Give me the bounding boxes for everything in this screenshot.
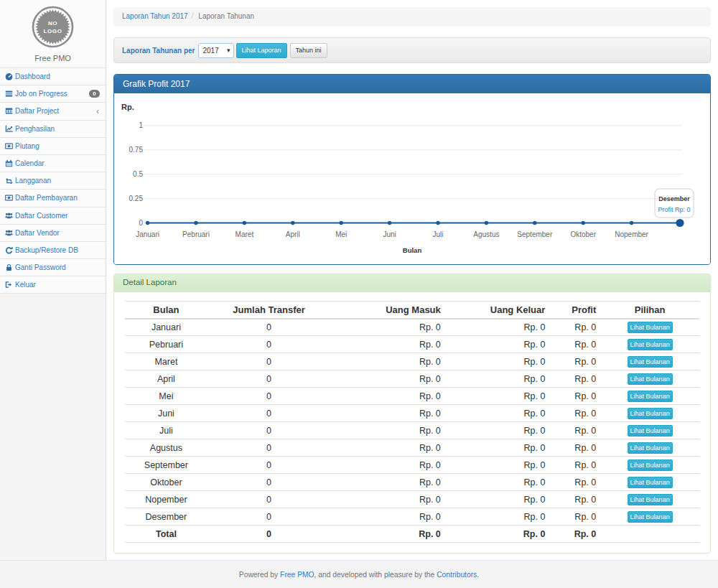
- svg-text:NO: NO: [48, 20, 57, 27]
- svg-text:1: 1: [139, 121, 143, 129]
- svg-text:September: September: [517, 230, 553, 238]
- svg-text:Profit Rp: 0: Profit Rp: 0: [658, 206, 690, 213]
- svg-text:LOGO: LOGO: [44, 28, 62, 34]
- svg-text:Nopember: Nopember: [615, 230, 648, 238]
- svg-text:0.25: 0.25: [129, 195, 144, 202]
- svg-text:Juli: Juli: [432, 230, 443, 238]
- svg-text:Bulan: Bulan: [403, 246, 422, 254]
- svg-text:Juni: Juni: [383, 230, 396, 238]
- svg-text:0.5: 0.5: [133, 170, 143, 178]
- svg-text:April: April: [286, 230, 300, 238]
- svg-text:0.75: 0.75: [129, 146, 144, 154]
- svg-text:Oktober: Oktober: [570, 230, 596, 238]
- svg-text:Maret: Maret: [236, 230, 254, 238]
- svg-text:Pebruari: Pebruari: [182, 230, 210, 238]
- svg-text:Agustus: Agustus: [473, 230, 499, 238]
- svg-text:0: 0: [139, 219, 143, 227]
- svg-text:Januari: Januari: [136, 230, 159, 238]
- svg-text:Rp.: Rp.: [121, 103, 134, 111]
- svg-text:Desember: Desember: [658, 195, 690, 202]
- svg-text:Mei: Mei: [335, 230, 347, 238]
